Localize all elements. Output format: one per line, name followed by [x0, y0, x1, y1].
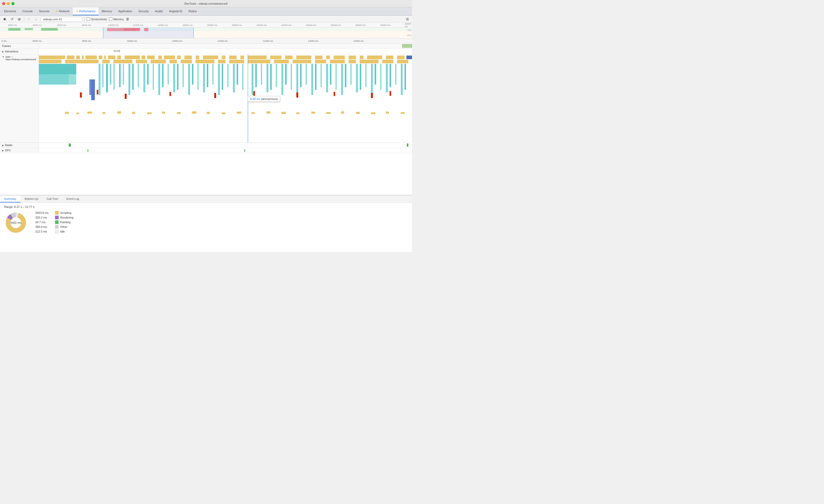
- svg-rect-102: [222, 64, 223, 90]
- svg-rect-112: [276, 64, 277, 87]
- svg-rect-23: [104, 56, 106, 59]
- tab-network[interactable]: ⚠ Network: [53, 7, 73, 15]
- interactions-expand[interactable]: ▶: [2, 51, 4, 53]
- svg-rect-34: [203, 56, 218, 59]
- svg-rect-33: [196, 56, 199, 59]
- svg-rect-28: [147, 56, 154, 59]
- detail-tick: 12500 ms: [353, 40, 364, 42]
- minimize-button[interactable]: [7, 2, 10, 5]
- ruler-tick: 28000 ms: [330, 24, 341, 26]
- tab-redux[interactable]: Redux: [186, 7, 200, 15]
- ruler-tick: 10000 ms: [108, 24, 119, 26]
- minimap-selection[interactable]: [103, 27, 194, 38]
- other-color: [55, 225, 59, 229]
- tab-application[interactable]: Application: [115, 7, 135, 15]
- download-button[interactable]: ↓: [33, 17, 39, 22]
- tab-summary[interactable]: Summary: [0, 195, 20, 202]
- svg-rect-91: [168, 64, 169, 85]
- tab-bottom-up[interactable]: Bottom-Up: [20, 195, 42, 202]
- idle-color: [55, 230, 59, 233]
- timeline-minimap[interactable]: FPS CPU NET: [0, 27, 412, 38]
- svg-rect-25: [117, 56, 121, 59]
- reload-record-button[interactable]: ↺: [9, 17, 14, 22]
- svg-rect-161: [237, 112, 241, 114]
- painting-color: [55, 220, 59, 224]
- ruler-tick: 34000 ms: [405, 23, 411, 27]
- raster-expand[interactable]: ▶: [2, 144, 4, 146]
- main-expand[interactable]: ▼: [2, 56, 4, 58]
- maximize-button[interactable]: [11, 2, 14, 5]
- gpu-expand[interactable]: ▶: [2, 149, 4, 152]
- timeline-overview[interactable]: 2000 ms 4000 ms 6000 ms 8000 ms 10000 ms…: [0, 23, 412, 38]
- scripting-color: [55, 211, 59, 215]
- memory-toggle[interactable]: Memory: [109, 17, 124, 21]
- top-tasks-svg: [39, 56, 412, 59]
- svg-rect-80: [114, 64, 115, 90]
- svg-rect-170: [371, 112, 376, 114]
- svg-rect-78: [106, 64, 108, 92]
- raster-track: ▶ Raster: [0, 143, 412, 148]
- frame-block: [404, 44, 405, 48]
- track-spacer: [0, 153, 412, 164]
- clear-button[interactable]: ⊗: [17, 17, 22, 22]
- screenshots-checkbox[interactable]: [87, 17, 90, 21]
- delete-recording-button[interactable]: 🗑: [126, 17, 129, 21]
- summary-legend: 3453.8 ms Scripting 320.2 ms Rendering 2…: [35, 211, 74, 233]
- svg-rect-158: [192, 111, 196, 114]
- svg-rect-117: [300, 64, 302, 87]
- main-thread-content[interactable]: 6.40 ms (anonymous): [39, 55, 412, 142]
- svg-rect-167: [326, 112, 330, 114]
- svg-rect-137: [401, 64, 403, 95]
- svg-rect-172: [401, 112, 405, 114]
- svg-rect-47: [367, 56, 382, 59]
- fps-minimap: [0, 27, 412, 31]
- record-button[interactable]: ⏺: [2, 17, 7, 22]
- svg-rect-75: [91, 79, 95, 100]
- tab-angularjs[interactable]: AngularJS: [166, 7, 186, 15]
- tab-console[interactable]: Console: [19, 7, 36, 15]
- ruler-tick: 18000 ms: [207, 24, 217, 26]
- svg-rect-36: [229, 56, 237, 59]
- ruler-tick: 26000 ms: [306, 24, 316, 26]
- tab-performance[interactable]: ⚠ Performance: [73, 7, 99, 15]
- network-warning-icon: ⚠: [56, 9, 59, 13]
- svg-rect-69: [382, 60, 393, 63]
- svg-rect-154: [132, 112, 135, 114]
- screenshots-toggle[interactable]: Screenshots: [87, 17, 107, 21]
- svg-rect-3: [41, 28, 58, 31]
- upload-button[interactable]: ↑: [26, 17, 31, 22]
- frames-content: [39, 43, 412, 48]
- svg-rect-100: [212, 64, 213, 85]
- flame-call-stack: [39, 64, 412, 129]
- svg-rect-165: [296, 112, 299, 114]
- tab-sources[interactable]: Sources: [36, 7, 53, 15]
- memory-checkbox[interactable]: [109, 17, 112, 21]
- close-button[interactable]: [2, 2, 5, 5]
- svg-rect-53: [102, 60, 110, 63]
- tab-elements[interactable]: Elements: [1, 7, 19, 15]
- tab-security[interactable]: Security: [135, 7, 152, 15]
- svg-rect-31: [177, 56, 181, 59]
- svg-rect-138: [405, 64, 406, 90]
- tab-audits[interactable]: Audits: [152, 7, 166, 15]
- svg-rect-21: [86, 56, 97, 59]
- raster-content: [39, 143, 412, 148]
- ruler-tick: 24000 ms: [281, 24, 292, 26]
- svg-rect-140: [97, 90, 98, 94]
- bottom-content: Range: 8.37 s – 12.77 s: [0, 203, 412, 252]
- svg-rect-118: [306, 64, 307, 85]
- svg-rect-49: [397, 56, 405, 59]
- tab-event-log[interactable]: Event Log: [62, 195, 84, 202]
- svg-rect-27: [141, 56, 145, 59]
- settings-button[interactable]: ⚙: [405, 17, 410, 22]
- tab-call-tree[interactable]: Call Tree: [42, 195, 62, 202]
- svg-rect-30: [164, 56, 175, 59]
- svg-rect-8: [0, 31, 412, 38]
- tab-memory[interactable]: Memory: [99, 7, 115, 15]
- performance-warning-icon: ⚠: [76, 9, 78, 13]
- svg-rect-85: [138, 64, 139, 87]
- svg-rect-146: [334, 92, 335, 96]
- svg-rect-66: [330, 60, 345, 63]
- ruler-tick: 20000 ms: [232, 24, 242, 26]
- svg-rect-64: [293, 60, 311, 63]
